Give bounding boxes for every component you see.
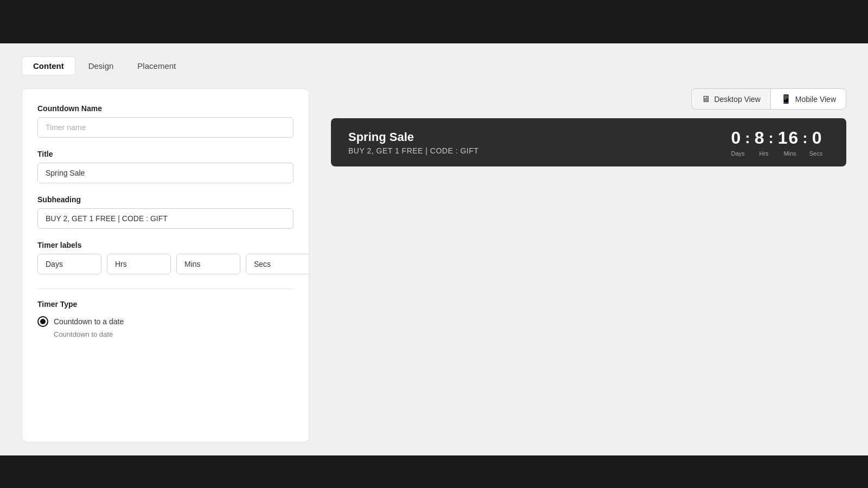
timer-mins-value: 16 [778,128,800,148]
title-group: Title [37,150,293,183]
title-input[interactable] [37,163,293,183]
banner-left: Spring Sale BUY 2, GET 1 FREE | CODE : G… [348,130,478,155]
radio-inner-selected [40,319,46,324]
countdown-name-input[interactable] [37,117,293,138]
subheading-label: Subheading [37,195,293,204]
timer-display-mins: Mins [777,150,803,157]
tab-bar: Content Design Placement [22,56,846,75]
bottom-bar [0,455,868,488]
desktop-view-button[interactable]: Desktop View [691,88,770,110]
view-toggle: Desktop View Mobile View [331,88,846,110]
subheading-group: Subheading [37,195,293,229]
timer-labels-row [37,254,293,274]
radio-countdown-to-date[interactable]: Countdown to a date [37,316,293,327]
banner-title: Spring Sale [348,130,478,144]
tab-content[interactable]: Content [22,56,75,75]
tab-design[interactable]: Design [78,56,125,75]
timer-labels-label: Timer labels [37,241,293,249]
countdown-name-group: Countdown Name [37,104,293,138]
left-panel: Countdown Name Title Subheading Timer la… [22,88,309,442]
desktop-view-label: Desktop View [714,95,760,104]
timer-digits: 0 : 8 : 16 : 0 [731,128,823,148]
content-area: Countdown Name Title Subheading Timer la… [22,88,846,442]
timer-colon-3: : [802,130,808,147]
right-panel: Desktop View Mobile View Spring Sale BUY… [331,88,846,442]
monitor-icon [701,94,710,104]
top-bar [0,0,868,43]
mobile-icon [781,94,792,104]
timer-display-secs: Secs [803,150,829,157]
countdown-name-label: Countdown Name [37,104,293,113]
mobile-view-button[interactable]: Mobile View [770,88,846,110]
timer-label-secs-input[interactable] [246,254,309,274]
timer-label-mins-input[interactable] [176,254,240,274]
timer-labels-display: Days Hrs Mins Secs [725,150,829,157]
timer-type-label: Timer Type [37,300,293,309]
timer-days-value: 0 [731,128,742,148]
timer-hrs-value: 8 [755,128,765,148]
banner-timer: 0 : 8 : 16 : 0 Days Hrs Mins Secs [725,128,829,157]
mobile-view-label: Mobile View [795,95,836,104]
radio-countdown-label: Countdown to a date [54,317,124,326]
timer-colon-1: : [745,130,751,147]
banner-subtitle: BUY 2, GET 1 FREE | CODE : GIFT [348,146,478,155]
timer-display-days: Days [725,150,751,157]
tab-placement[interactable]: Placement [126,56,187,75]
subheading-input[interactable] [37,208,293,229]
radio-outer-selected [37,316,48,327]
timer-label-hrs-input[interactable] [107,254,171,274]
timer-type-group: Timer Type Countdown to a date Countdown… [37,300,293,338]
preview-banner: Spring Sale BUY 2, GET 1 FREE | CODE : G… [331,118,846,166]
divider [37,288,293,289]
timer-secs-value: 0 [812,128,823,148]
timer-labels-group: Timer labels [37,241,293,274]
main-content: Content Design Placement Countdown Name … [0,43,868,455]
countdown-partial-text: Countdown to date [54,330,293,338]
timer-label-days-input[interactable] [37,254,101,274]
timer-display-hrs: Hrs [751,150,777,157]
title-label: Title [37,150,293,158]
timer-colon-2: : [768,130,774,147]
